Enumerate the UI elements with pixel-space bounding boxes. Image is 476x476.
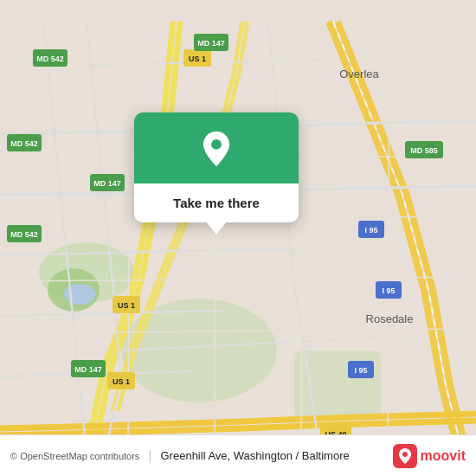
svg-text:MD 542: MD 542 (10, 139, 38, 148)
svg-text:I 95: I 95 (382, 286, 395, 295)
svg-text:US 1: US 1 (118, 301, 135, 310)
moovit-logo: moovit (393, 444, 466, 468)
svg-text:MD 147: MD 147 (93, 179, 121, 188)
svg-text:MD 585: MD 585 (410, 146, 438, 155)
map-svg: Overlea Rosedale US 1 MD 542 MD 147 MD 5… (0, 0, 476, 476)
svg-point-3 (64, 284, 95, 305)
attribution-text: © OpenStreetMap contributors (10, 451, 139, 461)
popup-card: Take me there (134, 113, 299, 222)
svg-text:MD 542: MD 542 (36, 55, 64, 63)
svg-text:Rosedale: Rosedale (366, 312, 414, 325)
svg-text:MD 147: MD 147 (197, 39, 225, 48)
popup-tail (206, 222, 227, 235)
svg-point-36 (211, 139, 222, 150)
svg-text:I 95: I 95 (364, 226, 377, 235)
svg-text:US 1: US 1 (189, 55, 206, 63)
svg-point-38 (402, 452, 408, 457)
bottom-left: © OpenStreetMap contributors | Greenhill… (10, 448, 350, 464)
svg-text:Overlea: Overlea (339, 68, 379, 80)
take-me-there-button[interactable]: Take me there (134, 183, 299, 222)
svg-text:US 1: US 1 (113, 377, 130, 386)
svg-text:MD 147: MD 147 (74, 365, 102, 374)
moovit-logo-icon (393, 444, 417, 468)
location-pin-icon (197, 130, 235, 168)
location-label: Greenhill Ave, Washington / Baltimore (161, 449, 350, 462)
popup-header (134, 113, 299, 183)
svg-text:I 95: I 95 (354, 366, 367, 375)
svg-text:MD 542: MD 542 (10, 230, 38, 239)
bottom-bar: © OpenStreetMap contributors | Greenhill… (0, 434, 476, 476)
map-container: Overlea Rosedale US 1 MD 542 MD 147 MD 5… (0, 0, 476, 476)
moovit-brand-text: moovit (421, 448, 466, 464)
